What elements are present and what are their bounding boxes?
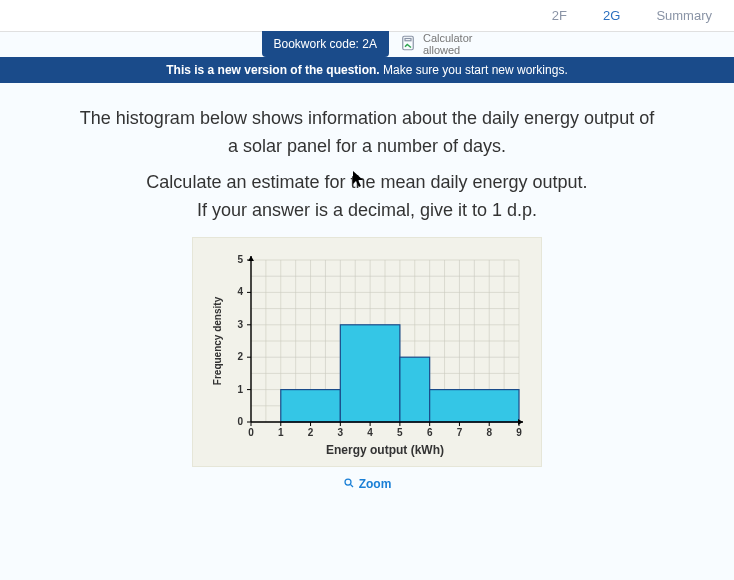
svg-text:3: 3 xyxy=(338,427,344,438)
histogram-plot: 0123456789012345Energy output (kWh)Frequ… xyxy=(192,237,542,467)
histogram-svg: 0123456789012345Energy output (kWh)Frequ… xyxy=(207,250,527,460)
svg-rect-34 xyxy=(400,357,430,422)
zoom-label: Zoom xyxy=(359,477,392,491)
bookwork-badge: Bookwork code: 2A xyxy=(262,31,389,57)
calc-line2: allowed xyxy=(423,44,460,56)
question-content: The histogram below shows information ab… xyxy=(0,83,734,492)
q-line1: The histogram below shows information ab… xyxy=(18,105,716,133)
svg-text:0: 0 xyxy=(248,427,254,438)
question-text: The histogram below shows information ab… xyxy=(18,105,716,225)
banner-bold: This is a new version of the question. xyxy=(166,63,379,77)
tab-prev[interactable]: 2F xyxy=(538,4,581,27)
svg-text:1: 1 xyxy=(278,427,284,438)
calculator-indicator: Calculator allowed xyxy=(399,32,473,56)
svg-text:1: 1 xyxy=(237,383,243,394)
q-line2: a solar panel for a number of days. xyxy=(18,133,716,161)
svg-rect-33 xyxy=(340,324,400,421)
top-tabbar: 2F 2G Summary xyxy=(0,0,734,32)
svg-text:4: 4 xyxy=(367,427,373,438)
calculator-text: Calculator allowed xyxy=(423,32,473,56)
bookwork-label: Bookwork code: xyxy=(274,37,359,51)
chart-wrap: 0123456789012345Energy output (kWh)Frequ… xyxy=(18,237,716,492)
svg-text:Frequency density: Frequency density xyxy=(212,296,223,385)
calculator-icon xyxy=(399,34,417,54)
svg-text:2: 2 xyxy=(237,351,243,362)
bookwork-code: 2A xyxy=(362,37,377,51)
svg-text:Energy output (kWh): Energy output (kWh) xyxy=(326,443,444,457)
svg-rect-32 xyxy=(281,389,341,421)
svg-text:5: 5 xyxy=(237,254,243,265)
svg-text:9: 9 xyxy=(516,427,522,438)
search-icon xyxy=(343,477,355,492)
zoom-button[interactable]: Zoom xyxy=(343,477,392,492)
tab-summary[interactable]: Summary xyxy=(642,4,726,27)
svg-text:3: 3 xyxy=(237,318,243,329)
banner-rest: Make sure you start new workings. xyxy=(380,63,568,77)
svg-text:4: 4 xyxy=(237,286,243,297)
svg-text:7: 7 xyxy=(457,427,463,438)
badge-bar: Bookwork code: 2A Calculator allowed xyxy=(0,31,734,57)
svg-text:8: 8 xyxy=(486,427,492,438)
calc-line1: Calculator xyxy=(423,32,473,44)
q-line3: Calculate an estimate for the mean daily… xyxy=(18,169,716,197)
new-version-banner: This is a new version of the question. M… xyxy=(0,57,734,83)
svg-text:6: 6 xyxy=(427,427,433,438)
svg-text:5: 5 xyxy=(397,427,403,438)
svg-point-72 xyxy=(345,479,351,485)
tab-current[interactable]: 2G xyxy=(589,4,634,27)
svg-rect-35 xyxy=(430,389,519,421)
svg-text:0: 0 xyxy=(237,416,243,427)
q-line4: If your answer is a decimal, give it to … xyxy=(18,197,716,225)
svg-rect-1 xyxy=(405,38,411,40)
svg-text:2: 2 xyxy=(308,427,314,438)
